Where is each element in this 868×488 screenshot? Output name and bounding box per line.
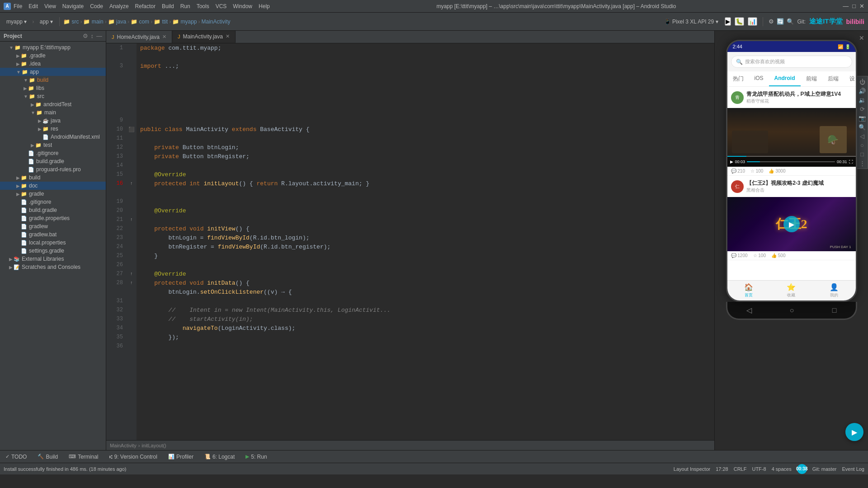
close-tab-mainactivity-icon[interactable]: ✕ xyxy=(226,33,230,39)
nav-favorites[interactable]: ⭐ 收藏 xyxy=(787,283,796,298)
module-selector[interactable]: app ▾ xyxy=(37,17,56,27)
video-thumbnail-2[interactable]: 仁王2 ▶ PUSH DAY 1 xyxy=(727,197,856,251)
search-input[interactable]: 🔍 搜索你喜欢的视频 xyxy=(731,56,852,68)
location-icon[interactable]: ◁ xyxy=(858,131,867,141)
tree-item-build-root[interactable]: ▶📁build xyxy=(0,174,106,182)
menu-navigate[interactable]: Navigate xyxy=(62,3,84,9)
menu-tools[interactable]: Tools xyxy=(197,3,209,9)
tree-item-androidmanifest[interactable]: ▶📄AndroidManifest.xml xyxy=(0,133,106,141)
zoom-in-icon[interactable]: 🔍 xyxy=(858,122,867,131)
tree-item-libs[interactable]: ▶📁libs xyxy=(0,84,106,92)
menu-build[interactable]: Build xyxy=(162,3,174,9)
tree-item-gitignore-root[interactable]: ▶📄.gitignore xyxy=(0,198,106,206)
run-button[interactable]: ▶ xyxy=(725,17,731,26)
menu-view[interactable]: View xyxy=(44,3,56,9)
tree-item-src[interactable]: ▼📁src xyxy=(0,92,106,100)
tab-backend[interactable]: 后端 xyxy=(822,71,844,86)
layout-inspector-status[interactable]: Layout Inspector xyxy=(674,466,710,472)
square-icon[interactable]: □ xyxy=(858,150,867,159)
menu-run[interactable]: Run xyxy=(180,3,190,9)
tab-hot[interactable]: 热门 xyxy=(727,71,749,86)
home-button[interactable]: ○ xyxy=(790,306,794,314)
sync-project-icon[interactable]: ↕ xyxy=(91,33,94,39)
play-icon-1[interactable]: ▶ xyxy=(730,160,733,164)
code-content[interactable]: package com.ttit.myapp; import ...; publ… xyxy=(137,43,714,440)
tree-item-settingsgradle[interactable]: ▶📄settings.gradle xyxy=(0,247,106,255)
tree-item-java[interactable]: ▶☕java xyxy=(0,117,106,125)
tree-item-localproperties[interactable]: ▶📄local.properties xyxy=(0,239,106,247)
tab-frontend[interactable]: 前端 xyxy=(801,71,822,86)
menu-file[interactable]: File xyxy=(14,3,22,9)
tree-item-scratches[interactable]: ▶📝Scratches and Consoles xyxy=(0,263,106,271)
project-selector[interactable]: myapp ▾ xyxy=(4,17,29,27)
tree-item-proguard[interactable]: ▶📄proguard-rules.pro xyxy=(0,165,106,174)
minimize-button[interactable]: — xyxy=(843,3,849,9)
nav-profile[interactable]: 👤 我的 xyxy=(830,283,839,298)
tab-mainactivity[interactable]: J MainActivity.java ✕ xyxy=(172,31,236,43)
indent-status[interactable]: 4 spaces xyxy=(772,466,792,472)
collapse-icon[interactable]: — xyxy=(96,33,102,39)
debug-button[interactable]: 🐛 xyxy=(735,17,744,26)
nav-home[interactable]: 🏠 首页 xyxy=(744,283,753,298)
phone-screen[interactable]: 🔍 搜索你喜欢的视频 热门 iOS Android 前端 后端 设 青 xyxy=(727,52,856,280)
event-log-status[interactable]: Event Log xyxy=(842,466,864,472)
power-icon[interactable]: ⏻ xyxy=(858,77,867,86)
circle-icon[interactable]: ○ xyxy=(858,141,867,150)
tree-item-build[interactable]: ▼📁build xyxy=(0,76,106,84)
fullscreen-icon-1[interactable]: ⛶ xyxy=(849,160,853,164)
todo-button[interactable]: ✓ TODO xyxy=(4,453,28,461)
tab-android[interactable]: Android xyxy=(769,71,801,86)
floating-play-button[interactable]: ▶ xyxy=(845,423,863,441)
terminal-button[interactable]: ⌨ Terminal xyxy=(67,453,100,461)
close-tab-homeactivity-icon[interactable]: ✕ xyxy=(162,34,166,40)
menu-refactor[interactable]: Refactor xyxy=(135,3,156,9)
menu-analyze[interactable]: Analyze xyxy=(109,3,129,9)
video-thumbnail-1[interactable]: 🪖 ▶ 00:03 00:31 xyxy=(727,108,856,167)
gear-icon[interactable]: ⚙ xyxy=(83,33,88,39)
more-icon[interactable]: ⋮ xyxy=(858,159,867,168)
maximize-button[interactable]: □ xyxy=(852,3,856,9)
menu-edit[interactable]: Edit xyxy=(28,3,38,9)
tree-item-doc[interactable]: ▶📁doc xyxy=(0,182,106,190)
charset-status[interactable]: UTF-8 xyxy=(752,466,766,472)
line-ending[interactable]: CRLF xyxy=(734,466,747,472)
tree-item-main[interactable]: ▼📁main xyxy=(0,108,106,117)
tree-item-external-libraries[interactable]: ▶📚External Libraries xyxy=(0,255,106,263)
git-branch-status[interactable]: Git: master xyxy=(812,466,837,472)
code-editor[interactable]: 1 3 9 10 11 12 13 14 15 16 19 20 21 xyxy=(106,43,714,440)
volume-up-icon[interactable]: 🔊 xyxy=(858,86,867,95)
tab-ios[interactable]: iOS xyxy=(749,71,769,86)
screenshot-icon[interactable]: 📷 xyxy=(858,113,867,122)
tree-item-myapp[interactable]: ▼📁myapp E:\ttit\myapp xyxy=(0,43,106,52)
tree-item-res[interactable]: ▶📁res xyxy=(0,125,106,133)
tab-settings[interactable]: 设 xyxy=(844,71,856,86)
tree-item-app[interactable]: ▼📁app xyxy=(0,68,106,76)
tree-item-gradle-root[interactable]: ▶📁gradle xyxy=(0,190,106,198)
tree-item-gradle[interactable]: ▶📁.gradle xyxy=(0,52,106,60)
build-button[interactable]: 🔨 Build xyxy=(36,453,60,461)
menu-vcs[interactable]: VCS xyxy=(216,3,227,9)
volume-down-icon[interactable]: 🔉 xyxy=(858,95,867,104)
tree-item-buildgradle-app[interactable]: ▶📄build.gradle xyxy=(0,157,106,165)
menu-window[interactable]: Window xyxy=(233,3,252,9)
sync-icon[interactable]: 🔄 xyxy=(777,18,784,25)
close-emulator-icon[interactable]: ✕ xyxy=(859,34,864,42)
tree-item-gradlew[interactable]: ▶📄gradlew xyxy=(0,222,106,230)
tree-item-test[interactable]: ▶📁test xyxy=(0,141,106,149)
profiler-button[interactable]: 📊 Profiler xyxy=(166,453,195,461)
rotate-icon[interactable]: ⟳ xyxy=(858,104,867,113)
logcat-button[interactable]: 📜 6: Logcat xyxy=(203,453,236,461)
search-icon[interactable]: 🔍 xyxy=(787,18,794,25)
back-button[interactable]: ◁ xyxy=(746,306,752,314)
tree-item-androidtest[interactable]: ▶📁androidTest xyxy=(0,100,106,108)
device-selector[interactable]: 📱 Pixel 3 XL API 29 ▾ xyxy=(661,17,721,27)
profile-button[interactable]: 📊 xyxy=(748,17,757,26)
settings-icon[interactable]: ⚙ xyxy=(769,18,774,25)
tree-item-gradlewbat[interactable]: ▶📄gradlew.bat xyxy=(0,230,106,239)
recents-button[interactable]: □ xyxy=(832,306,837,314)
menu-code[interactable]: Code xyxy=(90,3,103,9)
tab-homeactivity[interactable]: J HomeActivity.java ✕ xyxy=(106,31,172,43)
tree-item-idea[interactable]: ▶📁.idea xyxy=(0,60,106,68)
version-control-button[interactable]: ⑆ 9: Version Control xyxy=(108,453,159,461)
close-button[interactable]: ✕ xyxy=(859,3,864,9)
